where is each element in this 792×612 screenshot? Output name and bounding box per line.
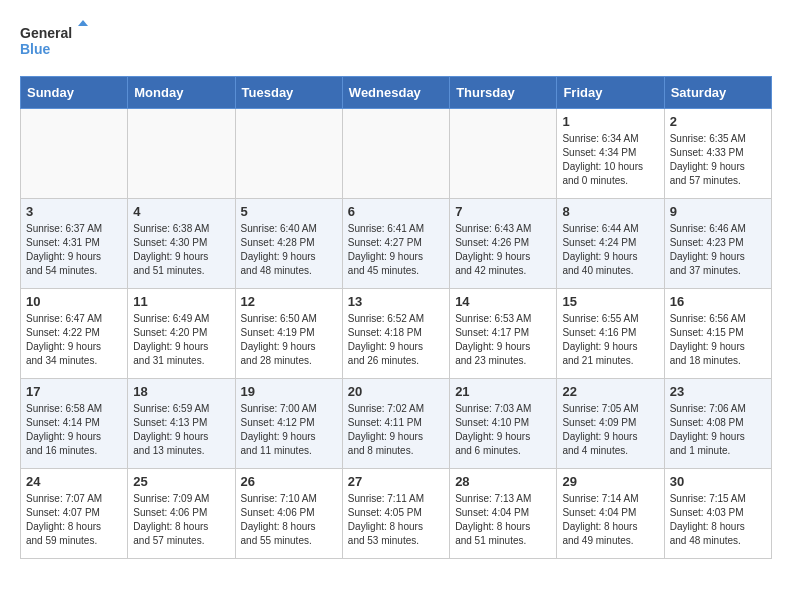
day-info: Sunrise: 7:14 AM Sunset: 4:04 PM Dayligh…	[562, 492, 658, 548]
svg-text:General: General	[20, 25, 72, 41]
calendar-cell: 24Sunrise: 7:07 AM Sunset: 4:07 PM Dayli…	[21, 469, 128, 559]
day-number: 30	[670, 474, 766, 489]
calendar-cell: 30Sunrise: 7:15 AM Sunset: 4:03 PM Dayli…	[664, 469, 771, 559]
day-info: Sunrise: 6:38 AM Sunset: 4:30 PM Dayligh…	[133, 222, 229, 278]
day-number: 23	[670, 384, 766, 399]
calendar-cell	[235, 109, 342, 199]
svg-marker-2	[78, 20, 88, 26]
logo: GeneralBlue	[20, 20, 90, 60]
day-number: 4	[133, 204, 229, 219]
calendar-week-5: 24Sunrise: 7:07 AM Sunset: 4:07 PM Dayli…	[21, 469, 772, 559]
calendar-cell: 5Sunrise: 6:40 AM Sunset: 4:28 PM Daylig…	[235, 199, 342, 289]
calendar-cell: 29Sunrise: 7:14 AM Sunset: 4:04 PM Dayli…	[557, 469, 664, 559]
day-info: Sunrise: 6:43 AM Sunset: 4:26 PM Dayligh…	[455, 222, 551, 278]
calendar-cell: 9Sunrise: 6:46 AM Sunset: 4:23 PM Daylig…	[664, 199, 771, 289]
calendar-cell: 27Sunrise: 7:11 AM Sunset: 4:05 PM Dayli…	[342, 469, 449, 559]
weekday-header-wednesday: Wednesday	[342, 77, 449, 109]
day-number: 24	[26, 474, 122, 489]
calendar-cell: 6Sunrise: 6:41 AM Sunset: 4:27 PM Daylig…	[342, 199, 449, 289]
day-number: 17	[26, 384, 122, 399]
day-info: Sunrise: 6:46 AM Sunset: 4:23 PM Dayligh…	[670, 222, 766, 278]
weekday-header-monday: Monday	[128, 77, 235, 109]
logo-svg: GeneralBlue	[20, 20, 90, 60]
calendar-cell: 19Sunrise: 7:00 AM Sunset: 4:12 PM Dayli…	[235, 379, 342, 469]
calendar-table: SundayMondayTuesdayWednesdayThursdayFrid…	[20, 76, 772, 559]
day-info: Sunrise: 7:15 AM Sunset: 4:03 PM Dayligh…	[670, 492, 766, 548]
day-info: Sunrise: 7:06 AM Sunset: 4:08 PM Dayligh…	[670, 402, 766, 458]
day-number: 16	[670, 294, 766, 309]
day-info: Sunrise: 6:59 AM Sunset: 4:13 PM Dayligh…	[133, 402, 229, 458]
day-number: 7	[455, 204, 551, 219]
day-number: 19	[241, 384, 337, 399]
weekday-header-sunday: Sunday	[21, 77, 128, 109]
weekday-header-tuesday: Tuesday	[235, 77, 342, 109]
day-number: 2	[670, 114, 766, 129]
weekday-header-friday: Friday	[557, 77, 664, 109]
calendar-cell: 15Sunrise: 6:55 AM Sunset: 4:16 PM Dayli…	[557, 289, 664, 379]
day-info: Sunrise: 6:56 AM Sunset: 4:15 PM Dayligh…	[670, 312, 766, 368]
day-number: 12	[241, 294, 337, 309]
calendar-cell: 12Sunrise: 6:50 AM Sunset: 4:19 PM Dayli…	[235, 289, 342, 379]
calendar-cell	[128, 109, 235, 199]
day-number: 1	[562, 114, 658, 129]
calendar-body: 1Sunrise: 6:34 AM Sunset: 4:34 PM Daylig…	[21, 109, 772, 559]
day-number: 29	[562, 474, 658, 489]
day-number: 25	[133, 474, 229, 489]
day-info: Sunrise: 6:53 AM Sunset: 4:17 PM Dayligh…	[455, 312, 551, 368]
weekday-header-thursday: Thursday	[450, 77, 557, 109]
day-number: 8	[562, 204, 658, 219]
calendar-week-1: 1Sunrise: 6:34 AM Sunset: 4:34 PM Daylig…	[21, 109, 772, 199]
calendar-cell: 14Sunrise: 6:53 AM Sunset: 4:17 PM Dayli…	[450, 289, 557, 379]
calendar-cell: 2Sunrise: 6:35 AM Sunset: 4:33 PM Daylig…	[664, 109, 771, 199]
day-info: Sunrise: 6:49 AM Sunset: 4:20 PM Dayligh…	[133, 312, 229, 368]
day-info: Sunrise: 6:58 AM Sunset: 4:14 PM Dayligh…	[26, 402, 122, 458]
day-number: 20	[348, 384, 444, 399]
day-number: 22	[562, 384, 658, 399]
day-number: 11	[133, 294, 229, 309]
svg-text:Blue: Blue	[20, 41, 51, 57]
calendar-cell	[342, 109, 449, 199]
weekday-header-row: SundayMondayTuesdayWednesdayThursdayFrid…	[21, 77, 772, 109]
day-info: Sunrise: 6:44 AM Sunset: 4:24 PM Dayligh…	[562, 222, 658, 278]
day-info: Sunrise: 6:34 AM Sunset: 4:34 PM Dayligh…	[562, 132, 658, 188]
calendar-cell: 10Sunrise: 6:47 AM Sunset: 4:22 PM Dayli…	[21, 289, 128, 379]
day-number: 3	[26, 204, 122, 219]
calendar-cell: 8Sunrise: 6:44 AM Sunset: 4:24 PM Daylig…	[557, 199, 664, 289]
calendar-cell: 7Sunrise: 6:43 AM Sunset: 4:26 PM Daylig…	[450, 199, 557, 289]
day-number: 28	[455, 474, 551, 489]
calendar-cell: 23Sunrise: 7:06 AM Sunset: 4:08 PM Dayli…	[664, 379, 771, 469]
calendar-cell: 17Sunrise: 6:58 AM Sunset: 4:14 PM Dayli…	[21, 379, 128, 469]
calendar-header: SundayMondayTuesdayWednesdayThursdayFrid…	[21, 77, 772, 109]
day-info: Sunrise: 7:00 AM Sunset: 4:12 PM Dayligh…	[241, 402, 337, 458]
calendar-week-4: 17Sunrise: 6:58 AM Sunset: 4:14 PM Dayli…	[21, 379, 772, 469]
calendar-cell	[450, 109, 557, 199]
calendar-cell: 18Sunrise: 6:59 AM Sunset: 4:13 PM Dayli…	[128, 379, 235, 469]
day-number: 10	[26, 294, 122, 309]
day-number: 5	[241, 204, 337, 219]
day-number: 14	[455, 294, 551, 309]
day-info: Sunrise: 7:02 AM Sunset: 4:11 PM Dayligh…	[348, 402, 444, 458]
day-info: Sunrise: 7:05 AM Sunset: 4:09 PM Dayligh…	[562, 402, 658, 458]
day-info: Sunrise: 6:52 AM Sunset: 4:18 PM Dayligh…	[348, 312, 444, 368]
calendar-cell: 21Sunrise: 7:03 AM Sunset: 4:10 PM Dayli…	[450, 379, 557, 469]
calendar-cell: 1Sunrise: 6:34 AM Sunset: 4:34 PM Daylig…	[557, 109, 664, 199]
weekday-header-saturday: Saturday	[664, 77, 771, 109]
day-info: Sunrise: 6:40 AM Sunset: 4:28 PM Dayligh…	[241, 222, 337, 278]
day-info: Sunrise: 6:37 AM Sunset: 4:31 PM Dayligh…	[26, 222, 122, 278]
calendar-cell: 26Sunrise: 7:10 AM Sunset: 4:06 PM Dayli…	[235, 469, 342, 559]
day-number: 9	[670, 204, 766, 219]
calendar-cell: 28Sunrise: 7:13 AM Sunset: 4:04 PM Dayli…	[450, 469, 557, 559]
day-info: Sunrise: 6:50 AM Sunset: 4:19 PM Dayligh…	[241, 312, 337, 368]
day-info: Sunrise: 6:55 AM Sunset: 4:16 PM Dayligh…	[562, 312, 658, 368]
day-number: 18	[133, 384, 229, 399]
day-info: Sunrise: 6:35 AM Sunset: 4:33 PM Dayligh…	[670, 132, 766, 188]
day-info: Sunrise: 7:13 AM Sunset: 4:04 PM Dayligh…	[455, 492, 551, 548]
day-info: Sunrise: 7:07 AM Sunset: 4:07 PM Dayligh…	[26, 492, 122, 548]
calendar-cell: 25Sunrise: 7:09 AM Sunset: 4:06 PM Dayli…	[128, 469, 235, 559]
page-header: GeneralBlue	[20, 20, 772, 60]
calendar-week-2: 3Sunrise: 6:37 AM Sunset: 4:31 PM Daylig…	[21, 199, 772, 289]
calendar-cell: 3Sunrise: 6:37 AM Sunset: 4:31 PM Daylig…	[21, 199, 128, 289]
calendar-cell: 4Sunrise: 6:38 AM Sunset: 4:30 PM Daylig…	[128, 199, 235, 289]
calendar-cell: 22Sunrise: 7:05 AM Sunset: 4:09 PM Dayli…	[557, 379, 664, 469]
calendar-cell: 16Sunrise: 6:56 AM Sunset: 4:15 PM Dayli…	[664, 289, 771, 379]
